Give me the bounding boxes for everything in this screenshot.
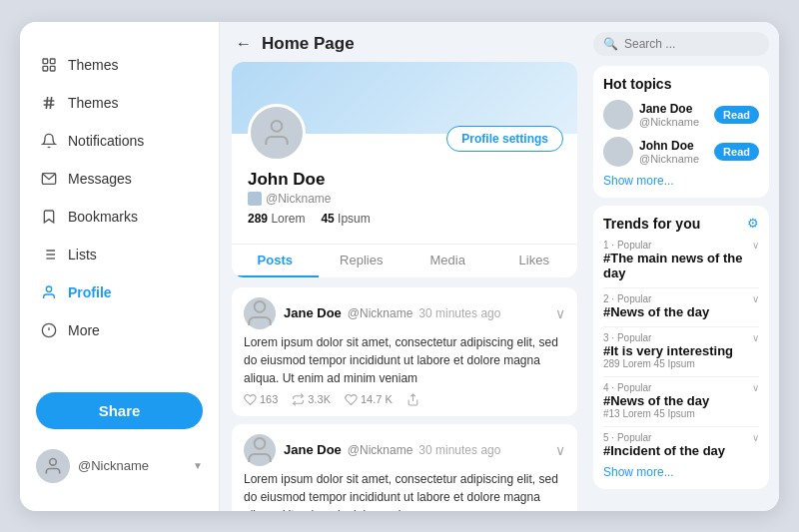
search-box: 🔍 [593, 32, 769, 56]
trends-show-more[interactable]: Show more... [603, 465, 759, 479]
sidebar-item-themes1[interactable]: Themes [20, 46, 219, 84]
tweet-expand-icon-2[interactable]: ∨ [555, 442, 565, 458]
trend-number-4: 4 · Popular [603, 382, 651, 393]
svg-point-23 [255, 438, 266, 449]
sidebar: Themes Themes Notifications Messages [20, 22, 220, 511]
sidebar-item-lists[interactable]: Lists [20, 236, 219, 273]
tweet-time-2: 30 minutes ago [418, 443, 500, 457]
hot-topic-read-btn-2[interactable]: Read [714, 143, 759, 161]
tweet-author: Jane Doe [284, 305, 342, 320]
trend-item-3: 3 · Popular ∨ #It is very interesting 28… [603, 332, 759, 369]
hot-topic-avatar-2 [603, 137, 633, 167]
trend-hashtag-3[interactable]: #It is very interesting [603, 343, 759, 358]
back-button[interactable]: ← [236, 35, 252, 53]
trend-chevron-icon-2[interactable]: ∨ [752, 293, 759, 304]
hot-topic-name-1: Jane Doe [639, 102, 708, 116]
svg-point-20 [272, 121, 283, 132]
sidebar-item-label: Bookmarks [68, 209, 138, 225]
tab-likes[interactable]: Likes [491, 245, 578, 277]
hot-topic-read-btn-1[interactable]: Read [714, 106, 759, 124]
sidebar-item-label: Lists [68, 247, 97, 263]
footer-avatar [36, 449, 70, 483]
hot-topic-info-1: Jane Doe @Nickname [639, 102, 708, 128]
trend-sub-3: 289 Lorem 45 Ipsum [603, 358, 759, 369]
sidebar-item-label: Themes [68, 57, 119, 73]
trend-chevron-icon-3[interactable]: ∨ [752, 332, 759, 343]
sidebar-more-label: More [68, 322, 100, 338]
tab-replies[interactable]: Replies [319, 245, 405, 277]
sidebar-item-themes2[interactable]: Themes [20, 84, 219, 122]
trend-item-1: 1 · Popular ∨ #The main news of the day [603, 240, 759, 280]
trend-hashtag-1[interactable]: #The main news of the day [603, 251, 759, 280]
tweet-expand-icon[interactable]: ∨ [555, 305, 565, 321]
hot-topic-handle-1: @Nickname [639, 116, 708, 128]
profile-stats: 289 Lorem 45 Ipsum [248, 212, 561, 226]
tweet-like-action[interactable]: 163 [244, 393, 278, 406]
tab-media[interactable]: Media [404, 245, 491, 277]
trend-hashtag-4[interactable]: #News of the day [603, 393, 759, 408]
tweet-share-action[interactable] [406, 393, 419, 406]
svg-rect-3 [50, 66, 55, 71]
hot-topics-widget: Hot topics Jane Doe @Nickname Read John … [593, 66, 769, 198]
svg-line-7 [50, 97, 51, 109]
hot-topic-item: Jane Doe @Nickname Read [603, 100, 759, 130]
svg-point-21 [255, 301, 266, 312]
tweet-heart-action[interactable]: 14.7 K [345, 393, 393, 406]
sidebar-nav: Themes Themes Notifications Messages [20, 38, 219, 384]
profile-banner: Profile settings [232, 62, 577, 134]
trend-chevron-icon-4[interactable]: ∨ [752, 382, 759, 393]
profile-settings-button[interactable]: Profile settings [446, 126, 563, 152]
main-content: ← Home Page Profile settings John Doe [220, 22, 589, 511]
main-header: ← Home Page [220, 22, 589, 62]
trends-header: Trends for you ⚙ [603, 216, 759, 232]
tweet-retweet-action[interactable]: 3.3K [292, 393, 331, 406]
profile-stat-lorem: 289 Lorem [248, 212, 305, 226]
profile-tabs: Posts Replies Media Likes [232, 244, 577, 277]
hot-topics-title: Hot topics [603, 76, 759, 92]
sidebar-footer[interactable]: @Nickname ▼ [20, 437, 219, 495]
svg-line-6 [46, 97, 47, 109]
sidebar-item-profile[interactable]: Profile [20, 273, 219, 311]
trend-item-header-2: 2 · Popular ∨ [603, 293, 759, 304]
search-input[interactable] [624, 37, 759, 51]
tweet-avatar [244, 297, 276, 329]
svg-point-15 [46, 286, 51, 291]
search-icon: 🔍 [603, 37, 618, 51]
trend-item-2: 2 · Popular ∨ #News of the day [603, 293, 759, 319]
tweet-meta: Jane Doe @Nickname 30 minutes ago [284, 305, 547, 320]
tweet-header-2: Jane Doe @Nickname 30 minutes ago ∨ [244, 434, 565, 466]
sidebar-item-label: Messages [68, 171, 132, 187]
trend-chevron-icon-1[interactable]: ∨ [752, 240, 759, 251]
home-icon [40, 56, 58, 74]
trend-item-4: 4 · Popular ∨ #News of the day #13 Lorem… [603, 382, 759, 419]
bell-icon [40, 132, 58, 150]
profile-nick-row: @Nickname [248, 192, 561, 206]
trends-widget: Trends for you ⚙ 1 · Popular ∨ #The main… [593, 206, 769, 489]
more-icon [40, 321, 58, 339]
list-icon [40, 246, 58, 264]
sidebar-item-notifications[interactable]: Notifications [20, 122, 219, 160]
trend-chevron-icon-5[interactable]: ∨ [752, 432, 759, 443]
tweet-meta-2: Jane Doe @Nickname 30 minutes ago [284, 442, 547, 457]
tweet-header: Jane Doe @Nickname 30 minutes ago ∨ [244, 297, 565, 329]
trend-hashtag-5[interactable]: #Incident of the day [603, 443, 759, 458]
profile-avatar-wrap [248, 104, 306, 162]
hot-topic-handle-2: @Nickname [639, 153, 708, 165]
sidebar-item-messages[interactable]: Messages [20, 160, 219, 198]
tweet-time: 30 minutes ago [418, 306, 500, 320]
share-button[interactable]: Share [36, 392, 203, 429]
tweet-card-2: Jane Doe @Nickname 30 minutes ago ∨ Lore… [232, 424, 577, 511]
svg-point-19 [50, 458, 57, 465]
sidebar-item-more[interactable]: More [20, 311, 219, 349]
trend-hashtag-2[interactable]: #News of the day [603, 304, 759, 319]
profile-name: John Doe [248, 170, 561, 190]
gear-icon[interactable]: ⚙ [747, 216, 759, 231]
svg-rect-2 [50, 59, 55, 64]
sidebar-item-bookmarks[interactable]: Bookmarks [20, 198, 219, 236]
tweet-author-row-2: Jane Doe @Nickname 30 minutes ago [284, 442, 547, 457]
hot-topics-show-more[interactable]: Show more... [603, 174, 759, 188]
tab-posts[interactable]: Posts [232, 245, 319, 277]
profile-stat-ipsum: 45 Ipsum [321, 212, 370, 226]
svg-rect-1 [43, 66, 48, 71]
trend-number-3: 3 · Popular [603, 332, 651, 343]
